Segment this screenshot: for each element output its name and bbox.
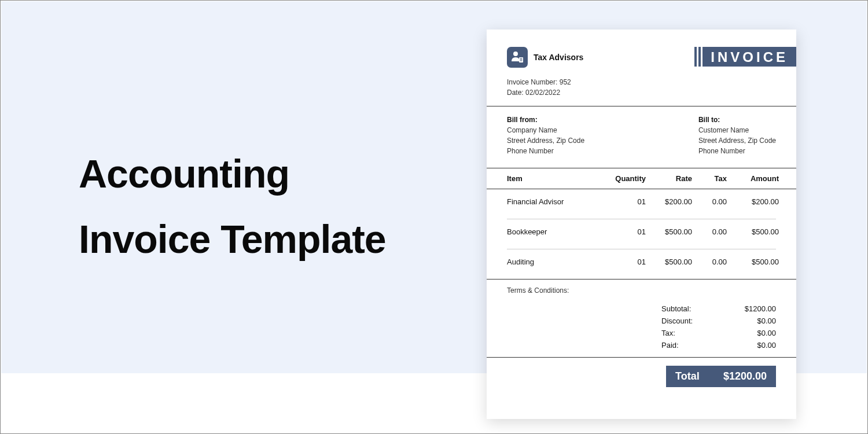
svg-point-0 bbox=[513, 52, 518, 56]
bill-to-address: Street Address, Zip Code bbox=[698, 137, 776, 145]
title-line-2: Invoice Template bbox=[79, 214, 386, 264]
subtotal-value: $1200.00 bbox=[735, 304, 776, 313]
cell-item: Bookkeeper bbox=[507, 227, 599, 236]
page-title: Accounting Invoice Template bbox=[79, 148, 386, 265]
col-quantity: Quantity bbox=[599, 174, 646, 183]
invoice-date-row: Date: 02/02/2022 bbox=[507, 89, 776, 97]
tax-row: Tax: $0.00 bbox=[507, 327, 776, 339]
advisor-icon bbox=[507, 47, 528, 68]
cell-amount: $500.00 bbox=[727, 227, 779, 236]
invoice-number-value: 952 bbox=[560, 78, 571, 86]
grand-total-label: Total bbox=[675, 370, 700, 382]
cell-item: Auditing bbox=[507, 258, 599, 266]
bill-to-phone: Phone Number bbox=[698, 147, 776, 155]
bill-to-label: Bill to: bbox=[698, 116, 776, 124]
invoice-number-label: Invoice Number: bbox=[507, 78, 557, 86]
col-rate: Rate bbox=[646, 174, 692, 183]
tax-label: Tax: bbox=[661, 329, 702, 337]
cell-rate: $500.00 bbox=[646, 258, 692, 266]
cell-tax: 0.00 bbox=[692, 197, 727, 206]
table-row: Bookkeeper 01 $500.00 0.00 $500.00 bbox=[487, 219, 796, 249]
brand-block: Tax Advisors bbox=[507, 47, 583, 68]
cell-tax: 0.00 bbox=[692, 227, 727, 236]
template-canvas: Accounting Invoice Template Tax Advisors bbox=[0, 0, 868, 434]
terms-label: Terms & Conditions: bbox=[487, 279, 796, 298]
invoice-date-label: Date: bbox=[507, 89, 524, 97]
banner-bar-2 bbox=[698, 47, 701, 67]
line-items-table: Item Quantity Rate Tax Amount Financial … bbox=[487, 168, 796, 279]
billing-section: Bill from: Company Name Street Address, … bbox=[487, 106, 796, 168]
subtotal-label: Subtotal: bbox=[661, 304, 702, 313]
subtotal-row: Subtotal: $1200.00 bbox=[507, 303, 776, 315]
invoice-number-row: Invoice Number: 952 bbox=[507, 78, 776, 86]
invoice-meta: Invoice Number: 952 Date: 02/02/2022 bbox=[487, 78, 796, 106]
cell-quantity: 01 bbox=[599, 227, 646, 236]
cell-tax: 0.00 bbox=[692, 258, 727, 266]
cell-rate: $500.00 bbox=[646, 227, 692, 236]
bill-from-label: Bill from: bbox=[507, 116, 584, 124]
table-row: Auditing 01 $500.00 0.00 $500.00 bbox=[487, 249, 796, 279]
bill-from-name: Company Name bbox=[507, 126, 584, 134]
discount-row: Discount: $0.00 bbox=[507, 315, 776, 327]
banner-label: INVOICE bbox=[703, 47, 796, 67]
col-amount: Amount bbox=[727, 174, 779, 183]
title-line-1: Accounting bbox=[79, 148, 386, 199]
paid-row: Paid: $0.00 bbox=[507, 339, 776, 351]
col-item: Item bbox=[507, 174, 599, 183]
cell-amount: $500.00 bbox=[727, 258, 779, 266]
totals-block: Subtotal: $1200.00 Discount: $0.00 Tax: … bbox=[487, 298, 796, 351]
paid-label: Paid: bbox=[661, 341, 702, 350]
invoice-banner: INVOICE bbox=[694, 47, 796, 67]
invoice-date-value: 02/02/2022 bbox=[525, 89, 560, 97]
bill-from-phone: Phone Number bbox=[507, 147, 584, 155]
invoice-header: Tax Advisors INVOICE bbox=[487, 30, 796, 76]
bill-to-block: Bill to: Customer Name Street Address, Z… bbox=[698, 116, 776, 157]
cell-item: Financial Advisor bbox=[507, 197, 599, 206]
tax-value: $0.00 bbox=[735, 329, 776, 337]
paid-value: $0.00 bbox=[735, 341, 776, 350]
bill-to-name: Customer Name bbox=[698, 126, 776, 134]
brand-name: Tax Advisors bbox=[534, 53, 583, 62]
divider bbox=[487, 357, 796, 358]
cell-quantity: 01 bbox=[599, 197, 646, 206]
grand-total-badge: Total $1200.00 bbox=[666, 366, 776, 387]
col-tax: Tax bbox=[692, 174, 727, 183]
discount-value: $0.00 bbox=[735, 317, 776, 325]
table-row: Financial Advisor 01 $200.00 0.00 $200.0… bbox=[487, 189, 796, 219]
grand-total-value: $1200.00 bbox=[723, 370, 767, 382]
discount-label: Discount: bbox=[661, 317, 702, 325]
cell-amount: $200.00 bbox=[727, 197, 779, 206]
cell-quantity: 01 bbox=[599, 258, 646, 266]
banner-bar-1 bbox=[694, 47, 697, 67]
table-header: Item Quantity Rate Tax Amount bbox=[487, 168, 796, 189]
invoice-document: Tax Advisors INVOICE Invoice Number: 952… bbox=[487, 30, 796, 419]
bill-from-block: Bill from: Company Name Street Address, … bbox=[507, 116, 584, 157]
cell-rate: $200.00 bbox=[646, 197, 692, 206]
bill-from-address: Street Address, Zip Code bbox=[507, 137, 584, 145]
